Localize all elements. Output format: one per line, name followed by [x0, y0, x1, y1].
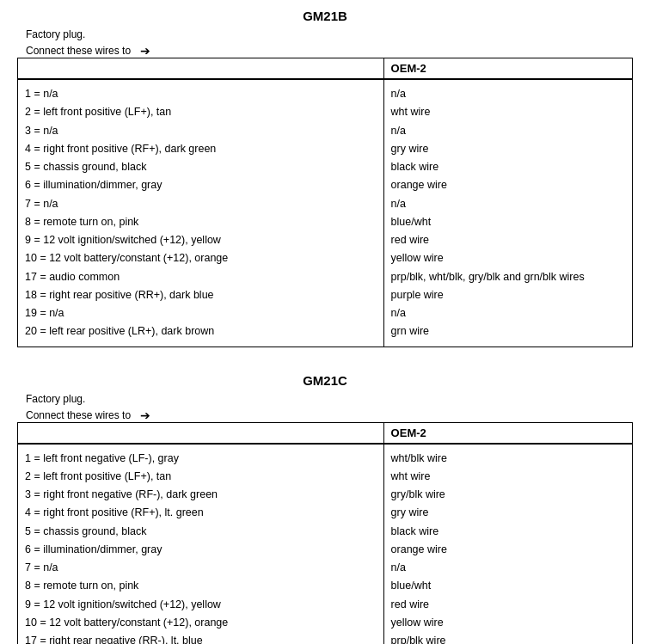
gm21c-left-row-3: 4 = right front positive (RF+), lt. gree… [25, 504, 377, 522]
gm21b-left-row-7: 8 = remote turn on, pink [25, 213, 377, 231]
gm21b-left-row-8: 9 = 12 volt ignition/switched (+12), yel… [25, 231, 377, 249]
gm21c-table-header: OEM-2 [18, 423, 632, 445]
gm21c-right-row-0: wht/blk wire [391, 450, 625, 468]
gm21c-right-row-8: red wire [391, 596, 625, 614]
gm21c-right-row-9: yellow wire [391, 614, 625, 632]
gm21c-right-col: wht/blk wirewht wiregry/blk wiregry wire… [384, 445, 632, 645]
gm21b-left-row-10: 17 = audio common [25, 268, 377, 286]
gm21b-right-row-11: purple wire [391, 286, 625, 304]
gm21c-col-left-header [18, 423, 384, 443]
gm21b-col-right-header: OEM-2 [384, 58, 632, 78]
gm21c-left-row-9: 10 = 12 volt battery/constant (+12), ora… [25, 614, 377, 632]
gm21b-col-left-header [18, 58, 384, 78]
gm21c-right-row-1: wht wire [391, 468, 625, 486]
gm21c-header: Factory plug.Connect these wires to ➔ [17, 391, 633, 422]
gm21b-right-row-5: orange wire [391, 176, 625, 194]
gm21b-right-row-1: wht wire [391, 103, 625, 121]
gm21b-right-row-9: yellow wire [391, 249, 625, 267]
arrow-icon: ➔ [140, 44, 150, 58]
gm21c-col-right-header: OEM-2 [384, 423, 632, 443]
gm21b-right-row-6: n/a [391, 195, 625, 213]
gm21c-left-row-1: 2 = left front positive (LF+), tan [25, 468, 377, 486]
gm21c-header-line1: Factory plug. [26, 391, 633, 407]
gm21c-left-row-6: 7 = n/a [25, 559, 377, 577]
gm21c-header-line2: Connect these wires to ➔ [26, 408, 633, 422]
gm21b-right-row-0: n/a [391, 85, 625, 103]
gm21b-table-body: 1 = n/a2 = left front positive (LF+), ta… [18, 80, 632, 347]
gm21c-table-body: 1 = left front negative (LF-), gray2 = l… [18, 445, 632, 645]
gm21b-left-row-12: 19 = n/a [25, 304, 377, 322]
gm21b-right-col: n/awht wiren/agry wireblack wireorange w… [384, 80, 632, 347]
gm21b-right-row-3: gry wire [391, 140, 625, 158]
gm21b-left-row-4: 5 = chassis ground, black [25, 158, 377, 176]
gm21b-header-line2: Connect these wires to ➔ [26, 44, 633, 58]
gm21c-right-row-3: gry wire [391, 504, 625, 522]
gm21b-table: OEM-21 = n/a2 = left front positive (LF+… [17, 58, 633, 347]
gm21c-right-row-4: black wire [391, 523, 625, 541]
gm21b-left-row-6: 7 = n/a [25, 195, 377, 213]
gm21b-title: GM21B [17, 9, 633, 23]
gm21c-right-row-10: prp/blk wire [391, 632, 625, 644]
gm21c-right-row-5: orange wire [391, 541, 625, 559]
gm21b-left-row-13: 20 = left rear positive (LR+), dark brow… [25, 322, 377, 340]
gm21b-header: Factory plug.Connect these wires to ➔ [17, 27, 633, 58]
gm21c-right-row-7: blue/wht [391, 577, 625, 595]
gm21c-title: GM21C [17, 373, 633, 388]
gm21c-left-row-0: 1 = left front negative (LF-), gray [25, 450, 377, 468]
gm21b-table-header: OEM-2 [18, 58, 632, 80]
gm21c-table: OEM-21 = left front negative (LF-), gray… [17, 422, 633, 645]
gm21b-right-row-2: n/a [391, 122, 625, 140]
gm21b-left-row-1: 2 = left front positive (LF+), tan [25, 103, 377, 121]
gm21c-left-col: 1 = left front negative (LF-), gray2 = l… [18, 445, 384, 645]
gm21c-right-row-6: n/a [391, 559, 625, 577]
gm21b-right-row-10: prp/blk, wht/blk, gry/blk and grn/blk wi… [391, 268, 625, 286]
gm21b-left-row-11: 18 = right rear positive (RR+), dark blu… [25, 286, 377, 304]
gm21b-left-row-3: 4 = right front positive (RF+), dark gre… [25, 140, 377, 158]
gm21b-left-row-0: 1 = n/a [25, 85, 377, 103]
gm21c-left-row-4: 5 = chassis ground, black [25, 523, 377, 541]
gm21c-left-row-10: 17 = right rear negative (RR-), lt. blue [25, 632, 377, 644]
gm21b-right-row-12: n/a [391, 304, 625, 322]
gm21b-left-row-2: 3 = n/a [25, 122, 377, 140]
gm21b-right-row-8: red wire [391, 231, 625, 249]
gm21c-left-row-7: 8 = remote turn on, pink [25, 577, 377, 595]
gm21b-right-row-13: grn wire [391, 322, 625, 340]
gm21b-left-row-9: 10 = 12 volt battery/constant (+12), ora… [25, 249, 377, 267]
section-gm21b: GM21BFactory plug.Connect these wires to… [17, 9, 633, 347]
gm21b-right-row-7: blue/wht [391, 213, 625, 231]
section-gm21c: GM21CFactory plug.Connect these wires to… [17, 373, 633, 645]
connect-label: Connect these wires to [26, 45, 131, 57]
connect-label: Connect these wires to [26, 409, 131, 421]
gm21c-left-row-8: 9 = 12 volt ignition/switched (+12), yel… [25, 596, 377, 614]
gm21c-left-row-2: 3 = right front negative (RF-), dark gre… [25, 486, 377, 504]
arrow-icon: ➔ [140, 408, 150, 422]
gm21b-left-col: 1 = n/a2 = left front positive (LF+), ta… [18, 80, 384, 347]
gm21c-left-row-5: 6 = illumination/dimmer, gray [25, 541, 377, 559]
gm21b-header-line1: Factory plug. [26, 27, 633, 42]
gm21c-right-row-2: gry/blk wire [391, 486, 625, 504]
gm21b-right-row-4: black wire [391, 158, 625, 176]
gm21b-left-row-5: 6 = illumination/dimmer, gray [25, 176, 377, 194]
